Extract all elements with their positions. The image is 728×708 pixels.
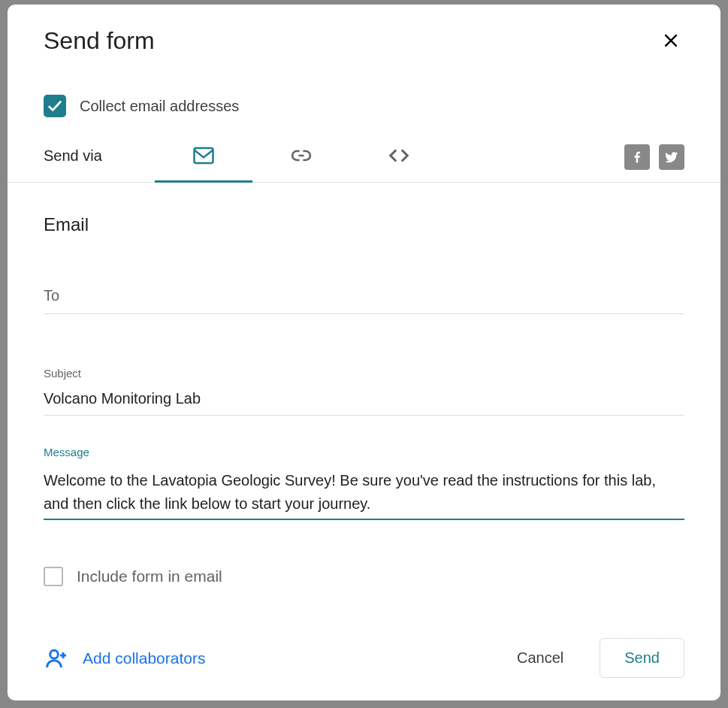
svg-rect-0 xyxy=(194,148,213,163)
twitter-share-button[interactable] xyxy=(659,144,684,170)
collect-email-checkbox[interactable] xyxy=(44,95,66,117)
include-form-label: Include form in email xyxy=(77,567,222,585)
dialog-header: Send form xyxy=(8,5,720,57)
facebook-share-button[interactable] xyxy=(624,144,650,170)
facebook-icon xyxy=(630,150,645,165)
tab-link[interactable] xyxy=(252,144,350,182)
to-input[interactable] xyxy=(44,280,684,314)
send-via-label: Send via xyxy=(44,147,102,180)
add-collaborators-button[interactable]: Add collaborators xyxy=(44,646,205,670)
close-button[interactable] xyxy=(654,24,687,57)
subject-input[interactable] xyxy=(44,384,684,416)
social-share xyxy=(624,144,684,182)
message-field: Message xyxy=(44,446,684,523)
tab-embed[interactable] xyxy=(350,144,448,182)
message-label: Message xyxy=(44,446,684,458)
embed-icon xyxy=(385,144,412,167)
link-icon xyxy=(289,145,313,167)
collect-email-row: Collect email addresses xyxy=(8,57,720,117)
add-collaborators-label: Add collaborators xyxy=(83,649,205,667)
close-icon xyxy=(661,31,681,50)
collect-email-label: Collect email addresses xyxy=(80,98,239,115)
subject-label: Subject xyxy=(44,367,684,380)
send-via-tabs: Send via xyxy=(8,117,720,183)
include-form-checkbox[interactable] xyxy=(44,567,63,586)
twitter-icon xyxy=(664,150,679,165)
to-field xyxy=(44,280,684,314)
send-button[interactable]: Send xyxy=(600,638,684,678)
send-form-dialog: Send form Collect email addresses Send v… xyxy=(8,5,720,700)
svg-point-1 xyxy=(50,650,59,658)
dialog-footer: Add collaborators Cancel Send xyxy=(8,601,720,700)
person-add-icon xyxy=(44,646,71,670)
cancel-button[interactable]: Cancel xyxy=(496,639,585,677)
subject-field: Subject xyxy=(44,367,684,416)
email-body: Email Subject Message Include form in em… xyxy=(8,183,720,601)
message-textarea[interactable] xyxy=(44,463,684,520)
include-form-row: Include form in email xyxy=(44,567,684,586)
tab-email[interactable] xyxy=(155,144,252,182)
mail-icon xyxy=(191,144,216,167)
dialog-title: Send form xyxy=(44,27,654,55)
check-icon xyxy=(47,98,63,114)
email-heading: Email xyxy=(44,214,684,235)
